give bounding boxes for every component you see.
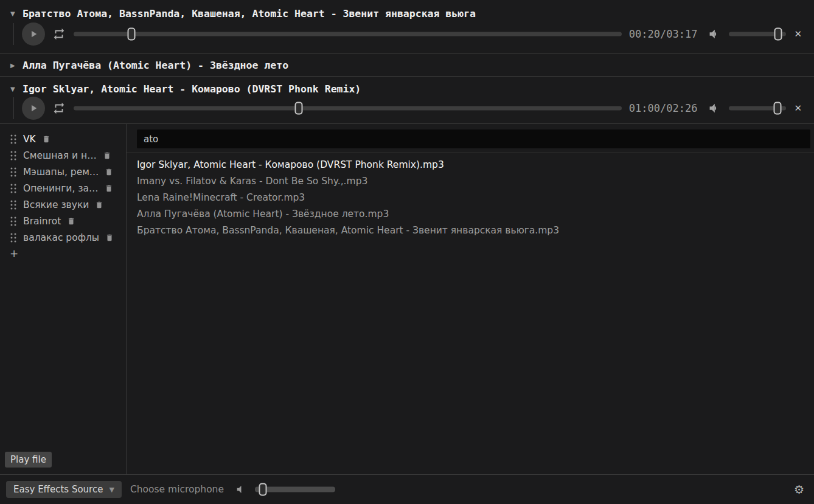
trash-icon[interactable] [42, 135, 50, 143]
sidebar-item-sounds[interactable]: Всякие звуки [0, 196, 126, 213]
mic-volume-slider[interactable] [255, 483, 335, 496]
indent-guide [13, 97, 14, 119]
seek-handle[interactable] [128, 28, 136, 41]
mic-muted-icon[interactable] [235, 484, 246, 495]
sidebar-item-valakas[interactable]: валакас рофлы [0, 229, 126, 246]
trash-icon[interactable] [105, 168, 113, 176]
seek-handle[interactable] [295, 102, 303, 115]
tabs-sidebar: VK Смешная и н… Мэшапы, рем… Опенинги, з… [0, 124, 127, 474]
sidebar-item-label: Смешная и н… [23, 150, 97, 161]
play-icon [28, 103, 39, 114]
expand-toggle-icon[interactable]: ▶ [10, 62, 17, 69]
play-button[interactable] [22, 97, 45, 120]
player-row: ▼ Igor Sklyar, Atomic Heart - Комарово (… [0, 77, 814, 124]
repeat-icon[interactable] [52, 102, 66, 115]
drag-handle-icon[interactable] [10, 167, 17, 178]
sidebar-item-label: Опенинги, за… [23, 183, 99, 194]
mic-volume-handle[interactable] [259, 483, 267, 496]
trash-icon[interactable] [67, 217, 75, 226]
volume-icon[interactable] [707, 102, 720, 115]
sidebar-item-vk[interactable]: VK [0, 131, 126, 147]
drag-handle-icon[interactable] [10, 199, 17, 210]
play-icon [28, 29, 39, 40]
drag-handle-icon[interactable] [10, 216, 17, 227]
drag-handle-icon[interactable] [10, 183, 17, 194]
active-players: ▼ Братство Атома, BassnPanda, Квашеная, … [0, 0, 814, 124]
player-header: ▼ Братство Атома, BassnPanda, Квашеная, … [0, 0, 814, 20]
play-button[interactable] [22, 22, 45, 46]
player-header: ▶ Алла Пугачёва (Atomic Heart) - Звёздно… [0, 54, 814, 76]
add-tab-button[interactable]: + [0, 248, 126, 259]
drag-handle-icon[interactable] [10, 134, 17, 145]
time-display: 01:00/02:26 [629, 102, 698, 114]
sidebar-item-label: Всякие звуки [23, 199, 89, 210]
search-bar [127, 124, 814, 153]
player-title: Братство Атома, BassnPanda, Квашеная, At… [23, 8, 476, 19]
player-title: Igor Sklyar, Atomic Heart - Комарово (DV… [23, 83, 361, 95]
sidebar-item-brainrot[interactable]: Brainrot [0, 213, 126, 229]
player-row: ▶ Алла Пугачёва (Atomic Heart) - Звёздно… [0, 54, 814, 77]
search-input[interactable] [137, 129, 810, 148]
sidebar-item-label: Brainrot [23, 216, 61, 227]
sidebar-item-funny[interactable]: Смешная и н… [0, 147, 126, 164]
sidebar-item-label: валакас рофлы [23, 232, 99, 243]
volume-handle[interactable] [774, 28, 782, 41]
collapse-toggle-icon[interactable]: ▼ [10, 10, 17, 17]
trash-icon[interactable] [103, 151, 111, 160]
file-list-item[interactable]: Igor Sklyar, Atomic Heart - Комарово (DV… [137, 157, 808, 173]
sidebar-item-label: VK [23, 134, 36, 145]
seek-slider[interactable] [74, 102, 622, 115]
bottom-bar: Easy Effects Source ▼ Choose microphone … [0, 474, 814, 504]
repeat-icon[interactable] [52, 27, 66, 41]
chevron-down-icon: ▼ [109, 486, 114, 494]
player-controls: 01:00/02:26 ✕ [10, 97, 802, 120]
file-list-item[interactable]: Imany vs. Filatov & Karas - Dont Be So S… [137, 173, 808, 190]
sidebar-item-mashups[interactable]: Мэшапы, рем… [0, 164, 126, 180]
main-area: VK Смешная и н… Мэшапы, рем… Опенинги, з… [0, 124, 814, 474]
volume-slider[interactable] [729, 102, 786, 115]
trash-icon[interactable] [105, 184, 113, 193]
player-title: Алла Пугачёва (Atomic Heart) - Звёздное … [23, 60, 288, 71]
file-list-item[interactable]: Братство Атома, BassnPanda, Квашеная, At… [137, 223, 808, 239]
sidebar-item-label: Мэшапы, рем… [23, 167, 99, 178]
gear-icon[interactable]: ⚙ [794, 483, 804, 496]
audio-source-label: Easy Effects Source [13, 484, 103, 495]
play-file-button[interactable]: Play file [5, 452, 52, 468]
trash-icon[interactable] [105, 233, 114, 242]
volume-handle[interactable] [774, 102, 782, 115]
choose-microphone-label: Choose microphone [130, 484, 224, 495]
volume-icon[interactable] [707, 27, 720, 41]
seek-track[interactable] [74, 106, 622, 111]
drag-handle-icon[interactable] [10, 232, 17, 243]
indent-guide [13, 23, 14, 45]
close-player-button[interactable]: ✕ [794, 29, 802, 40]
mic-volume-track[interactable] [255, 487, 335, 492]
drag-handle-icon[interactable] [10, 150, 17, 161]
seek-track[interactable] [74, 32, 622, 36]
close-player-button[interactable]: ✕ [794, 103, 802, 114]
file-browser: Igor Sklyar, Atomic Heart - Комарово (DV… [127, 124, 814, 474]
player-header: ▼ Igor Sklyar, Atomic Heart - Комарово (… [0, 77, 814, 95]
file-list-item[interactable]: Алла Пугачёва (Atomic Heart) - Звёздное … [137, 206, 808, 223]
file-list: Igor Sklyar, Atomic Heart - Комарово (DV… [127, 153, 814, 239]
time-display: 00:20/03:17 [629, 28, 698, 40]
file-list-item[interactable]: Lena Raine!Minecraft - Creator.mp3 [137, 190, 808, 206]
volume-slider[interactable] [729, 27, 786, 41]
trash-icon[interactable] [95, 201, 103, 209]
audio-source-dropdown[interactable]: Easy Effects Source ▼ [6, 481, 122, 498]
sidebar-item-openings[interactable]: Опенинги, за… [0, 180, 126, 196]
seek-slider[interactable] [74, 27, 622, 41]
soundboard-app: ▼ Братство Атома, BassnPanda, Квашеная, … [0, 0, 814, 504]
collapse-toggle-icon[interactable]: ▼ [10, 86, 17, 92]
player-controls: 00:20/03:17 ✕ [10, 22, 802, 46]
player-row: ▼ Братство Атома, BassnPanda, Квашеная, … [0, 0, 814, 54]
